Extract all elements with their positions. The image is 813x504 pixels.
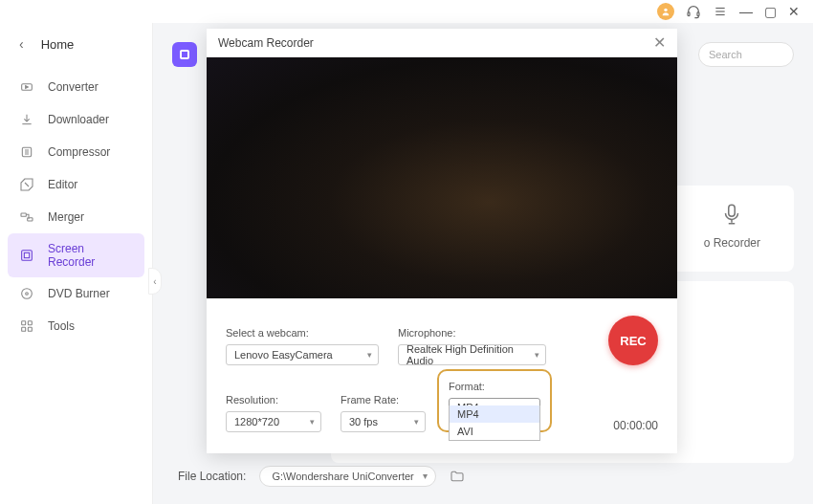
sidebar-item-label: DVD Burner <box>48 287 110 300</box>
audio-recorder-tile[interactable]: o Recorder <box>704 200 760 250</box>
headset-icon <box>686 4 701 19</box>
sidebar-item-compressor[interactable]: Compressor <box>8 136 144 168</box>
menu-button[interactable] <box>713 4 728 19</box>
tools-icon <box>19 318 34 334</box>
svg-point-14 <box>26 293 29 296</box>
chevron-left-icon: ‹ <box>153 276 156 287</box>
sidebar: ‹ Home Converter Downloader Compressor E… <box>0 23 153 504</box>
window-maximize[interactable]: ▢ <box>764 4 777 19</box>
sidebar-item-label: Compressor <box>48 145 110 159</box>
svg-rect-9 <box>21 213 26 216</box>
webcam-preview <box>207 57 677 298</box>
audio-recorder-label: o Recorder <box>704 236 760 250</box>
sidebar-item-screen-recorder[interactable]: Screen Recorder <box>8 233 144 277</box>
sidebar-item-label: Downloader <box>48 113 109 126</box>
recorder-mode-button[interactable] <box>172 42 197 67</box>
sidebar-item-label: Screen Recorder <box>48 242 133 269</box>
sidebar-item-converter[interactable]: Converter <box>8 71 144 103</box>
resolution-select[interactable]: 1280*720 <box>226 411 321 432</box>
home-label: Home <box>41 37 75 52</box>
svg-rect-16 <box>28 321 32 325</box>
framerate-select[interactable]: 30 fps <box>341 411 426 432</box>
record-timer: 00:00:00 <box>613 419 658 432</box>
screen-recorder-icon <box>19 248 34 263</box>
user-icon <box>661 7 670 16</box>
converter-icon <box>19 79 34 95</box>
format-label: Format: <box>449 381 540 392</box>
search-placeholder: Search <box>709 49 742 60</box>
svg-marker-7 <box>26 86 29 89</box>
editor-icon <box>19 177 34 192</box>
svg-rect-11 <box>22 251 33 261</box>
record-button[interactable]: REC <box>608 316 658 365</box>
webcam-recorder-modal: Webcam Recorder ✕ Select a webcam: Lenov… <box>207 29 677 453</box>
webcam-label: Select a webcam: <box>226 327 379 339</box>
microphone-label: Microphone: <box>398 327 546 339</box>
svg-rect-15 <box>22 321 26 325</box>
window-titlebar: — ▢ ✕ <box>0 0 813 23</box>
microphone-icon <box>717 200 746 229</box>
svg-rect-19 <box>729 205 736 216</box>
sidebar-item-label: Converter <box>48 80 99 94</box>
support-button[interactable] <box>686 4 701 19</box>
open-folder-button[interactable] <box>450 469 465 484</box>
format-highlight: Format: MP4 MP4 AVI <box>437 369 552 432</box>
svg-point-0 <box>664 9 667 11</box>
sidebar-item-editor[interactable]: Editor <box>8 168 144 201</box>
file-location-bar: File Location: G:\Wondershare UniConvert… <box>178 466 465 487</box>
format-option-mp4[interactable]: MP4 <box>450 405 539 423</box>
folder-icon <box>450 469 465 484</box>
sidebar-item-label: Merger <box>48 210 84 224</box>
modal-close-button[interactable]: ✕ <box>653 33 666 52</box>
sidebar-item-label: Editor <box>48 178 77 191</box>
svg-rect-12 <box>24 252 29 257</box>
search-input[interactable]: Search <box>698 42 794 67</box>
merger-icon <box>19 209 34 225</box>
modal-title: Webcam Recorder <box>218 36 314 50</box>
square-icon <box>180 50 189 59</box>
hamburger-icon <box>714 5 727 18</box>
file-location-label: File Location: <box>178 470 246 483</box>
format-dropdown: MP4 AVI <box>449 405 540 441</box>
format-option-avi[interactable]: AVI <box>450 423 539 440</box>
compress-icon <box>19 144 34 160</box>
sidebar-collapse-button[interactable]: ‹ <box>148 268 162 295</box>
window-minimize[interactable]: — <box>739 4 753 19</box>
download-icon <box>19 112 34 127</box>
home-back-button[interactable]: ‹ Home <box>0 25 152 65</box>
file-location-path: G:\Wondershare UniConverter <box>272 471 413 482</box>
webcam-select[interactable]: Lenovo EasyCamera <box>226 344 379 365</box>
framerate-label: Frame Rate: <box>341 394 426 405</box>
sidebar-item-tools[interactable]: Tools <box>8 310 144 342</box>
sidebar-item-downloader[interactable]: Downloader <box>8 103 144 136</box>
svg-rect-17 <box>22 327 26 331</box>
file-location-select[interactable]: G:\Wondershare UniConverter <box>259 466 435 487</box>
chevron-left-icon: ‹ <box>19 36 24 52</box>
dvd-icon <box>19 286 34 301</box>
resolution-label: Resolution: <box>226 394 321 405</box>
window-close[interactable]: ✕ <box>788 4 800 19</box>
svg-rect-2 <box>697 12 699 16</box>
sidebar-item-dvd-burner[interactable]: DVD Burner <box>8 277 144 310</box>
svg-point-13 <box>22 289 33 299</box>
svg-rect-1 <box>688 12 690 16</box>
svg-rect-18 <box>28 327 32 331</box>
sidebar-item-label: Tools <box>48 319 75 333</box>
sidebar-item-merger[interactable]: Merger <box>8 201 144 233</box>
microphone-select[interactable]: Realtek High Definition Audio <box>398 344 546 365</box>
user-avatar[interactable] <box>657 3 674 20</box>
